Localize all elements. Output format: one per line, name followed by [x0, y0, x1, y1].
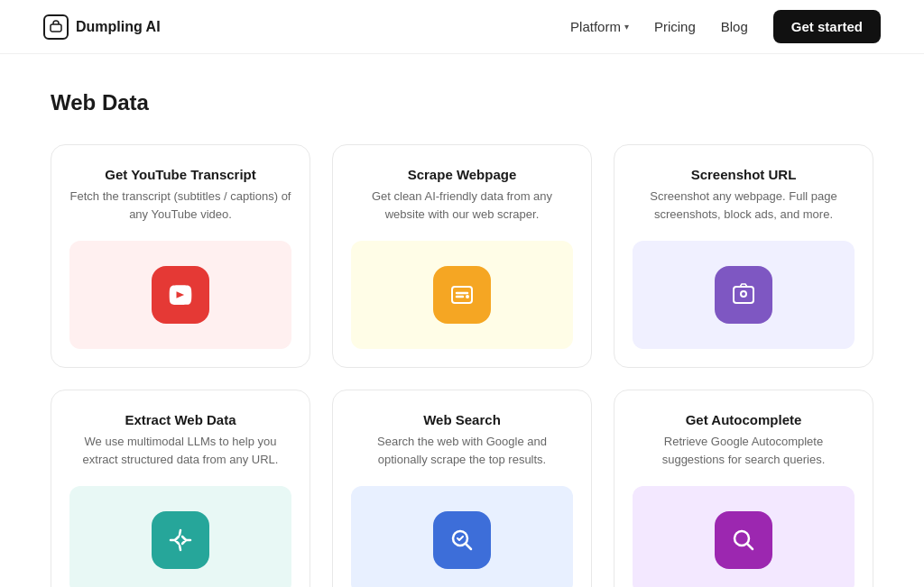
navbar: Dumpling AI Platform ▾ Pricing Blog Get … — [0, 0, 924, 54]
svg-rect-1 — [452, 287, 472, 303]
search-check-icon — [433, 511, 491, 569]
card-title: Get YouTube Transcript — [105, 167, 256, 182]
search-icon — [715, 511, 772, 569]
get-started-button[interactable]: Get started — [773, 10, 881, 43]
card-desc: Fetch the transcript (subtitles / captio… — [69, 188, 291, 223]
card-extract-web-data[interactable]: Extract Web Data We use multimodal LLMs … — [51, 390, 310, 587]
svg-point-4 — [741, 291, 746, 297]
card-title: Web Search — [423, 412, 501, 427]
page-title: Web Data — [51, 90, 873, 115]
platform-link[interactable]: Platform ▾ — [570, 19, 629, 34]
card-icon-wrapper — [351, 486, 573, 587]
card-icon-wrapper — [351, 241, 573, 349]
screenshot-icon — [715, 266, 772, 324]
card-title: Extract Web Data — [125, 412, 236, 427]
pricing-link[interactable]: Pricing — [654, 19, 696, 34]
card-autocomplete[interactable]: Get Autocomplete Retrieve Google Autocom… — [614, 390, 873, 587]
svg-rect-0 — [51, 24, 61, 32]
main-content: Web Data Get YouTube Transcript Fetch th… — [29, 54, 895, 587]
card-title: Screenshot URL — [691, 167, 797, 182]
logo-text: Dumpling AI — [76, 19, 161, 35]
card-web-search[interactable]: Web Search Search the web with Google an… — [332, 390, 592, 587]
nav-links: Platform ▾ Pricing Blog Get started — [570, 10, 881, 43]
card-scrape-webpage[interactable]: Scrape Webpage Get clean AI-friendly dat… — [332, 144, 592, 368]
svg-rect-3 — [734, 287, 753, 303]
card-icon-wrapper — [633, 486, 855, 587]
card-desc: Get clean AI-friendly data from any webs… — [351, 188, 573, 223]
youtube-icon — [152, 266, 209, 324]
card-title: Scrape Webpage — [408, 167, 517, 182]
card-desc: Screenshot any webpage. Full page screen… — [633, 188, 855, 223]
scrape-icon — [433, 266, 491, 324]
card-icon-wrapper — [69, 241, 291, 349]
svg-point-2 — [466, 295, 469, 298]
card-icon-wrapper — [69, 486, 291, 587]
blog-link[interactable]: Blog — [721, 19, 748, 34]
card-title: Get Autocomplete — [686, 412, 802, 427]
card-icon-wrapper — [633, 241, 855, 349]
extract-icon — [152, 511, 209, 569]
card-youtube-transcript[interactable]: Get YouTube Transcript Fetch the transcr… — [51, 144, 310, 368]
chevron-down-icon: ▾ — [624, 22, 629, 32]
card-screenshot-url[interactable]: Screenshot URL Screenshot any webpage. F… — [614, 144, 873, 368]
card-desc: We use multimodal LLMs to help you extra… — [69, 433, 291, 468]
logo-icon — [43, 14, 69, 40]
card-desc: Retrieve Google Autocomplete suggestions… — [633, 433, 855, 468]
logo[interactable]: Dumpling AI — [43, 14, 161, 40]
card-grid: Get YouTube Transcript Fetch the transcr… — [51, 144, 873, 587]
card-desc: Search the web with Google and optionall… — [351, 433, 573, 468]
